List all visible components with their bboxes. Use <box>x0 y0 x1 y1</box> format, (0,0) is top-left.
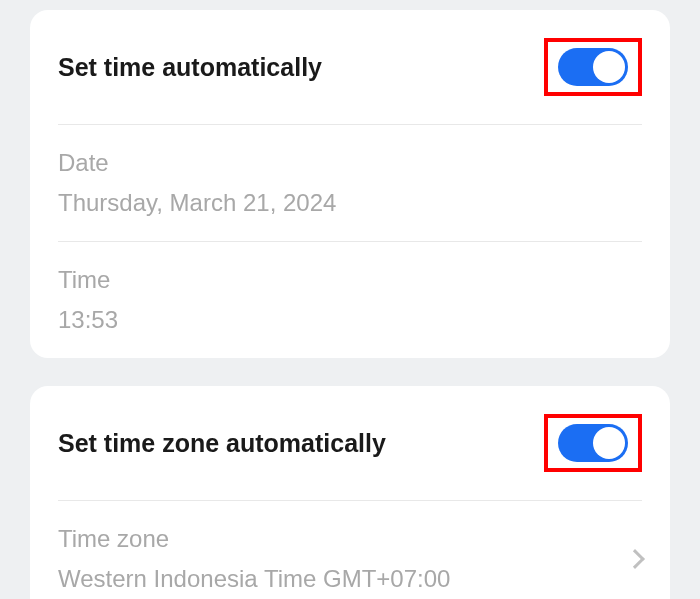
time-label: Time <box>58 266 642 294</box>
set-timezone-automatically-row[interactable]: Set time zone automatically <box>58 386 642 501</box>
time-value: 13:53 <box>58 306 642 334</box>
time-row: Time 13:53 <box>58 242 642 358</box>
timezone-label: Time zone <box>58 525 450 553</box>
timezone-value: Western Indonesia Time GMT+07:00 <box>58 565 450 593</box>
chevron-right-icon <box>625 549 645 569</box>
timezone-row[interactable]: Time zone Western Indonesia Time GMT+07:… <box>58 501 642 599</box>
date-label: Date <box>58 149 642 177</box>
set-time-automatically-row[interactable]: Set time automatically <box>58 10 642 125</box>
set-timezone-automatically-toggle[interactable] <box>558 424 628 462</box>
set-time-automatically-toggle[interactable] <box>558 48 628 86</box>
date-row: Date Thursday, March 21, 2024 <box>58 125 642 242</box>
toggle-knob <box>593 427 625 459</box>
highlight-box <box>544 38 642 96</box>
toggle-knob <box>593 51 625 83</box>
set-time-automatically-label: Set time automatically <box>58 53 322 82</box>
date-time-card: Set time automatically Date Thursday, Ma… <box>30 10 670 358</box>
time-zone-card: Set time zone automatically Time zone We… <box>30 386 670 599</box>
highlight-box <box>544 414 642 472</box>
date-value: Thursday, March 21, 2024 <box>58 189 642 217</box>
set-timezone-automatically-label: Set time zone automatically <box>58 429 386 458</box>
